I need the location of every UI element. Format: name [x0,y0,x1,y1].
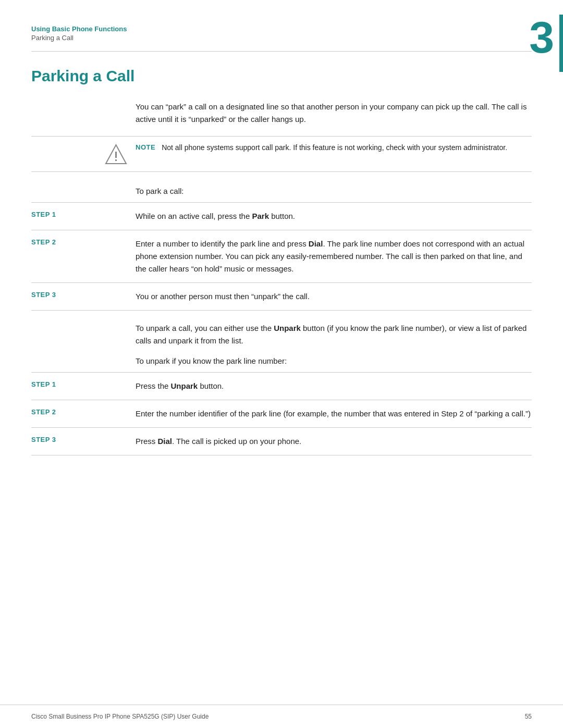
unpark-bold: Unpark [274,324,301,332]
dial-bold-2: Dial [158,437,173,446]
page-title-section: Parking a Call [0,52,563,90]
unpark-step-3: STEP 3 Press Dial. The call is picked up… [31,427,532,455]
footer-right: 55 [525,713,532,720]
header-divider [31,51,532,52]
step-3-label: STEP 3 [31,290,136,299]
step-1-label: STEP 1 [31,210,136,218]
unpark-sub: To unpark if you know the park line numb… [31,351,532,369]
svg-rect-1 [115,152,117,158]
unpark-steps: STEP 1 Press the Unpark button. STEP 2 E… [31,372,532,455]
step-3-content: You or another person must then “unpark”… [136,290,532,303]
step-2-content: Enter a number to identify the park line… [136,238,532,275]
park-bold: Park [252,212,269,220]
chapter-tab [559,15,563,72]
unpark-step-3-label: STEP 3 [31,435,136,443]
park-intro: To park a call: [31,177,532,200]
footer: Cisco Small Business Pro IP Phone SPA525… [0,705,563,728]
chapter-number-area: 3 [524,15,563,72]
footer-left: Cisco Small Business Pro IP Phone SPA525… [31,713,209,720]
park-steps: STEP 1 While on an active call, press th… [31,202,532,311]
header: Using Basic Phone Functions Parking a Ca… [0,0,563,52]
unpark-step-2-label: STEP 2 [31,408,136,416]
step-2-label: STEP 2 [31,238,136,246]
page-title: Parking a Call [31,67,532,85]
page-container: Using Basic Phone Functions Parking a Ca… [0,0,563,728]
note-container: NOTE Not all phone systems support call … [31,136,532,172]
svg-rect-2 [115,159,117,161]
sub-title: Parking a Call [31,34,532,42]
unpark-step-1: STEP 1 Press the Unpark button. [31,372,532,400]
unpark-intro: To unpark a call, you can either use the… [31,311,532,351]
unpark-button-bold: Unpark [171,381,198,390]
park-step-3: STEP 3 You or another person must then “… [31,282,532,311]
unpark-step-2-content: Enter the number identifier of the park … [136,408,532,420]
note-label: NOTE [136,143,155,151]
chapter-number: 3 [524,15,559,59]
park-step-2: STEP 2 Enter a number to identify the pa… [31,230,532,282]
unpark-step-1-content: Press the Unpark button. [136,380,532,392]
unpark-step-1-label: STEP 1 [31,380,136,388]
warning-icon [104,143,128,166]
chapter-title: Using Basic Phone Functions [31,25,532,33]
dial-bold-1: Dial [309,239,323,248]
unpark-step-3-content: Press Dial. The call is picked up on you… [136,435,532,448]
content-area: You can “park” a call on a designated li… [0,90,563,455]
unpark-step-2: STEP 2 Enter the number identifier of th… [31,400,532,427]
step-1-content: While on an active call, press the Park … [136,210,532,223]
breadcrumb: Using Basic Phone Functions Parking a Ca… [31,21,532,42]
intro-text: You can “park” a call on a designated li… [31,90,532,136]
note-text: Not all phone systems support call park.… [162,142,507,153]
park-step-1: STEP 1 While on an active call, press th… [31,202,532,230]
